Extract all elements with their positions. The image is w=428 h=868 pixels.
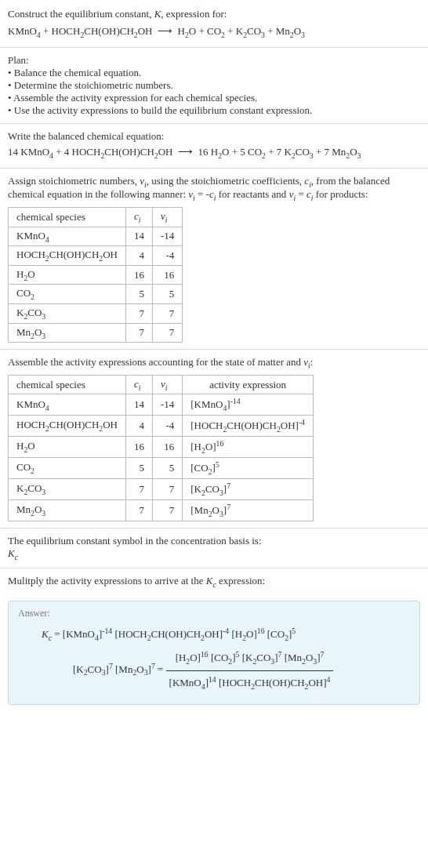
cell-vi: 7 bbox=[152, 323, 182, 343]
cell-activity: [KMnO4]-14 bbox=[183, 394, 314, 416]
table-row: Mn2O377 bbox=[9, 323, 183, 343]
answer-numerator: [H2O]16 [CO2]5 [K2CO3]7 [Mn2O3]7 bbox=[166, 646, 334, 670]
table-row: HOCH2CH(OH)CH2OH4-4[HOCH2CH(OH)CH2OH]-4 bbox=[9, 416, 314, 437]
table-row: Mn2O377[Mn2O3]7 bbox=[9, 500, 314, 521]
col-species: chemical species bbox=[9, 375, 126, 394]
cell-species: H2O bbox=[9, 437, 126, 458]
cell-ci: 5 bbox=[125, 285, 152, 304]
answer-fraction: [H2O]16 [CO2]5 [K2CO3]7 [Mn2O3]7 [KMnO4]… bbox=[166, 646, 334, 695]
cell-species: K2CO3 bbox=[9, 304, 126, 324]
table-row: HOCH2CH(OH)CH2OH4-4 bbox=[9, 246, 183, 266]
assemble-section: Assemble the activity expressions accoun… bbox=[0, 350, 428, 528]
table-header-row: chemical species ci νi activity expressi… bbox=[9, 375, 314, 394]
table-row: H2O1616[H2O]16 bbox=[9, 437, 314, 458]
col-activity: activity expression bbox=[183, 375, 314, 394]
intro-equation: KMnO4 + HOCH2CH(OH)CH2OH ⟶ H2O + CO2 + K… bbox=[8, 24, 420, 41]
cell-species: H2O bbox=[9, 265, 126, 285]
plan-bullet-1: • Balance the chemical equation. bbox=[8, 67, 420, 79]
cell-species: Mn2O3 bbox=[9, 500, 126, 521]
col-vi: νi bbox=[152, 375, 182, 394]
cell-ci: 16 bbox=[125, 265, 152, 285]
assign-section: Assign stoichiometric numbers, νi, using… bbox=[0, 169, 428, 350]
assemble-text: Assemble the activity expressions accoun… bbox=[8, 356, 420, 370]
cell-vi: 5 bbox=[152, 458, 182, 479]
col-ci: ci bbox=[125, 375, 152, 394]
kc-symbol-section: The equilibrium constant symbol in the c… bbox=[0, 528, 428, 568]
cell-ci: 14 bbox=[125, 394, 152, 416]
answer-label: Answer: bbox=[18, 608, 410, 619]
cell-ci: 7 bbox=[125, 500, 152, 521]
table-row: K2CO377 bbox=[9, 304, 183, 324]
cell-activity: [H2O]16 bbox=[183, 437, 314, 458]
plan-section: Plan: • Balance the chemical equation. •… bbox=[0, 48, 428, 124]
table-row: KMnO414-14[KMnO4]-14 bbox=[9, 394, 314, 416]
multiply-text: Mulitply the activity expressions to arr… bbox=[8, 575, 420, 589]
answer-expression: Kc = [KMnO4]-14 [HOCH2CH(OH)CH2OH]-4 [H2… bbox=[18, 623, 410, 646]
cell-species: CO2 bbox=[9, 458, 126, 479]
balanced-equation: 14 KMnO4 + 4 HOCH2CH(OH)CH2OH ⟶ 16 H2O +… bbox=[8, 144, 420, 162]
cell-vi: -4 bbox=[152, 246, 182, 266]
cell-activity: [K2CO3]7 bbox=[183, 479, 314, 500]
cell-vi: -14 bbox=[152, 394, 182, 416]
table-row: H2O1616 bbox=[9, 265, 183, 285]
plan-header: Plan: bbox=[8, 54, 420, 67]
balanced-header: Write the balanced chemical equation: bbox=[8, 130, 420, 143]
answer-denominator: [KMnO4]14 [HOCH2CH(OH)CH2OH]4 bbox=[166, 671, 334, 695]
plan-bullet-3: • Assemble the activity expression for e… bbox=[8, 92, 420, 104]
cell-vi: 7 bbox=[152, 479, 182, 500]
cell-ci: 4 bbox=[125, 416, 152, 437]
cell-vi: 5 bbox=[152, 285, 182, 304]
answer-box: Answer: Kc = [KMnO4]-14 [HOCH2CH(OH)CH2O… bbox=[8, 601, 420, 705]
cell-activity: [Mn2O3]7 bbox=[183, 500, 314, 521]
cell-species: HOCH2CH(OH)CH2OH bbox=[9, 416, 126, 437]
answer-expression-cont: [K2CO3]7 [Mn2O3]7 = [H2O]16 [CO2]5 [K2CO… bbox=[18, 646, 410, 695]
cell-species: HOCH2CH(OH)CH2OH bbox=[9, 246, 126, 266]
cell-vi: -4 bbox=[152, 416, 182, 437]
cell-species: KMnO4 bbox=[9, 394, 126, 416]
table-row: KMnO414-14 bbox=[9, 227, 183, 246]
cell-species: K2CO3 bbox=[9, 479, 126, 500]
assign-text: Assign stoichiometric numbers, νi, using… bbox=[8, 175, 420, 202]
cell-species: CO2 bbox=[9, 285, 126, 304]
col-species: chemical species bbox=[9, 208, 126, 227]
cell-activity: [CO2]5 bbox=[183, 458, 314, 479]
cell-vi: 7 bbox=[152, 500, 182, 521]
cell-ci: 7 bbox=[125, 323, 152, 343]
cell-ci: 14 bbox=[125, 227, 152, 246]
table-row: CO255 bbox=[9, 285, 183, 304]
activity-table: chemical species ci νi activity expressi… bbox=[8, 375, 314, 521]
cell-vi: 7 bbox=[152, 304, 182, 324]
cell-ci: 7 bbox=[125, 304, 152, 324]
cell-vi: 16 bbox=[152, 265, 182, 285]
multiply-section: Mulitply the activity expressions to arr… bbox=[0, 568, 428, 595]
kc-symbol-line2: Kc bbox=[8, 547, 420, 561]
kc-symbol-line1: The equilibrium constant symbol in the c… bbox=[8, 535, 420, 547]
cell-species: Mn2O3 bbox=[9, 323, 126, 343]
table-row: CO255[CO2]5 bbox=[9, 458, 314, 479]
cell-ci: 5 bbox=[125, 458, 152, 479]
cell-ci: 7 bbox=[125, 479, 152, 500]
col-ci: ci bbox=[125, 208, 152, 227]
cell-activity: [HOCH2CH(OH)CH2OH]-4 bbox=[183, 416, 314, 437]
cell-vi: 16 bbox=[152, 437, 182, 458]
table-header-row: chemical species ci νi bbox=[9, 208, 183, 227]
plan-bullet-4: • Use the activity expressions to build … bbox=[8, 104, 420, 117]
cell-ci: 16 bbox=[125, 437, 152, 458]
balanced-section: Write the balanced chemical equation: 14… bbox=[0, 124, 428, 169]
intro-section: Construct the equilibrium constant, K, e… bbox=[0, 0, 428, 48]
intro-line1: Construct the equilibrium constant, K, e… bbox=[8, 6, 420, 22]
table-row: K2CO377[K2CO3]7 bbox=[9, 479, 314, 500]
cell-ci: 4 bbox=[125, 246, 152, 266]
cell-vi: -14 bbox=[152, 227, 182, 246]
col-vi: νi bbox=[152, 208, 182, 227]
cell-species: KMnO4 bbox=[9, 227, 126, 246]
stoich-table: chemical species ci νi KMnO414-14 HOCH2C… bbox=[8, 207, 183, 343]
plan-bullet-2: • Determine the stoichiometric numbers. bbox=[8, 79, 420, 92]
